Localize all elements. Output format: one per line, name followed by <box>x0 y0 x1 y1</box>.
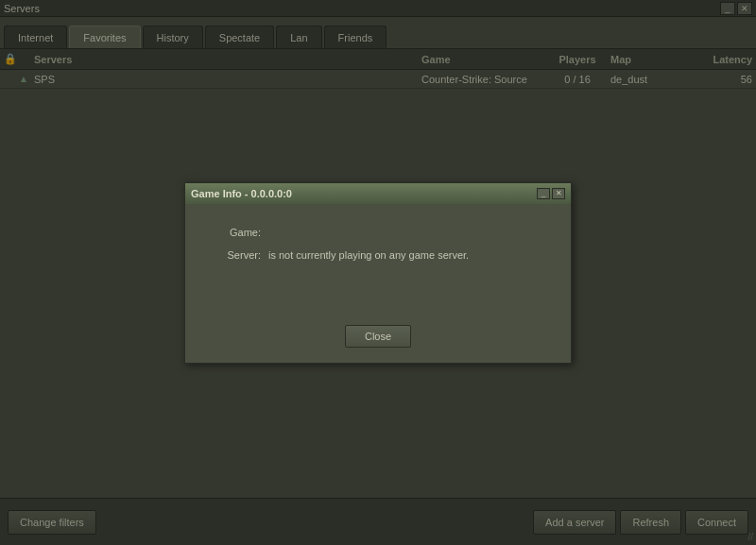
dialog-server-label: Server: <box>204 249 261 261</box>
dialog-server-row: Server: is not currently playing on any … <box>204 249 552 261</box>
dialog-close-btn[interactable]: Close <box>345 325 411 348</box>
dialog-game-row: Game: <box>204 227 552 238</box>
dialog-title: Game Info - 0.0.0.0:0 <box>191 188 292 199</box>
dialog-controls: _ ✕ <box>537 188 565 199</box>
dialog-content: Game: Server: is not currently playing o… <box>185 204 571 317</box>
dialog-minimize-button[interactable]: _ <box>537 188 550 199</box>
dialog-close-button[interactable]: ✕ <box>552 188 565 199</box>
dialog-footer: Close <box>185 317 571 363</box>
dialog-title-bar: Game Info - 0.0.0.0:0 _ ✕ <box>185 183 571 204</box>
game-info-dialog: Game Info - 0.0.0.0:0 _ ✕ Game: Server: … <box>184 182 572 364</box>
modal-overlay: Game Info - 0.0.0.0:0 _ ✕ Game: Server: … <box>0 0 756 545</box>
dialog-server-value: is not currently playing on any game ser… <box>268 249 469 261</box>
dialog-game-label: Game: <box>204 227 261 238</box>
